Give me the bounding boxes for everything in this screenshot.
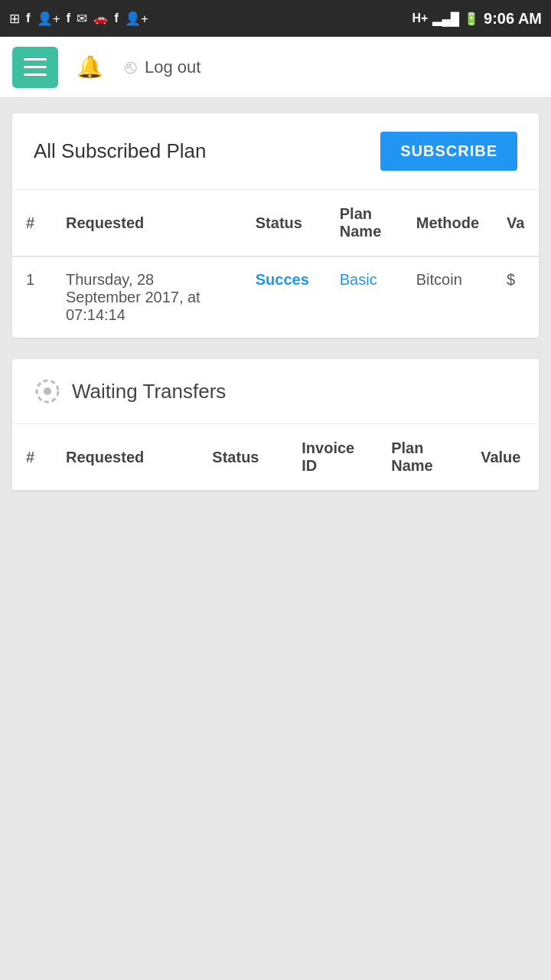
status-bar: ⊞ f 👤+ f ✉ 🚗 f 👤+ H+ ▂▄█ 🔋 9:06 AM: [0, 0, 551, 37]
row-value: $: [493, 257, 539, 338]
subscribed-plan-header-row: # Requested Status PlanName Methode Va: [12, 190, 539, 256]
row-requested: Thursday, 28 September 2017, at 07:14:14: [52, 257, 242, 338]
waiting-transfers-title: Waiting Transfers: [72, 380, 226, 403]
facebook-icon-2: f: [67, 11, 71, 26]
hamburger-line-3: [24, 74, 47, 76]
wt-col-plan-name: PlanName: [377, 424, 467, 490]
waiting-transfers-header: Waiting Transfers: [12, 359, 539, 424]
menu-button[interactable]: [12, 47, 58, 88]
col-status: Status: [242, 190, 326, 256]
logout-label[interactable]: Log out: [145, 57, 201, 77]
wt-col-hash: #: [12, 424, 52, 490]
hplus-icon: H+: [412, 11, 428, 25]
waiting-transfers-table: # Requested Status InvoiceID PlanName Va…: [12, 424, 539, 491]
row-plan-name: Basic: [326, 257, 403, 338]
hamburger-line-2: [24, 66, 47, 68]
plus-icon: ⊞: [9, 11, 20, 27]
person-add-icon-2: 👤+: [125, 11, 148, 27]
main-content: All Subscribed Plan SUBSCRIBE # Requeste…: [0, 98, 551, 528]
row-num: 1: [12, 257, 52, 338]
col-methode: Methode: [403, 190, 493, 256]
facebook-icon-3: f: [114, 11, 119, 26]
subscribed-plan-header: All Subscribed Plan SUBSCRIBE: [12, 113, 539, 190]
navbar: 🔔 ⎋ Log out: [0, 37, 551, 98]
wt-col-requested: Requested: [52, 424, 198, 490]
spinner-icon: [34, 377, 61, 405]
col-value: Va: [493, 190, 539, 256]
status-success-badge: Succes: [256, 271, 309, 288]
col-requested: Requested: [52, 190, 242, 256]
waiting-transfers-header-row: # Requested Status InvoiceID PlanName Va…: [12, 424, 539, 490]
signal-icon: ▂▄█: [432, 11, 459, 26]
status-icons: ⊞ f 👤+ f ✉ 🚗 f 👤+: [9, 11, 148, 27]
subscribed-plan-card: All Subscribed Plan SUBSCRIBE # Requeste…: [12, 113, 539, 338]
facebook-icon-1: f: [26, 11, 31, 26]
status-right: H+ ▂▄█ 🔋 9:06 AM: [412, 10, 542, 28]
person-add-icon-1: 👤+: [37, 11, 60, 27]
waiting-transfers-card: Waiting Transfers # Requested Status Inv…: [12, 359, 539, 491]
time-display: 9:06 AM: [484, 10, 542, 28]
logout-area: ⎋ Log out: [125, 55, 201, 79]
wt-col-value: Value: [467, 424, 539, 490]
subscribed-plan-table: # Requested Status PlanName Methode Va 1…: [12, 190, 539, 338]
svg-point-1: [44, 387, 51, 395]
subscribe-button[interactable]: SUBSCRIBE: [380, 132, 517, 171]
col-hash: #: [12, 190, 52, 256]
subscribed-plan-title: All Subscribed Plan: [34, 139, 206, 163]
waiting-transfers-table-wrap: # Requested Status InvoiceID PlanName Va…: [12, 424, 539, 491]
bell-icon[interactable]: 🔔: [77, 54, 103, 80]
wt-col-invoice-id: InvoiceID: [288, 424, 377, 490]
table-row: 1 Thursday, 28 September 2017, at 07:14:…: [12, 257, 539, 338]
battery-icon: 🔋: [464, 11, 479, 26]
subscribed-plan-table-wrap: # Requested Status PlanName Methode Va 1…: [12, 190, 539, 338]
hamburger-line-1: [24, 58, 47, 60]
plan-link[interactable]: Basic: [340, 271, 377, 288]
col-plan-name: PlanName: [326, 190, 403, 256]
car-icon: 🚗: [93, 11, 108, 25]
row-status: Succes: [242, 257, 326, 338]
row-methode: Bitcoin: [403, 257, 493, 338]
mail-icon: ✉: [77, 11, 87, 27]
wt-col-status: Status: [198, 424, 288, 490]
logout-icon: ⎋: [125, 55, 137, 79]
